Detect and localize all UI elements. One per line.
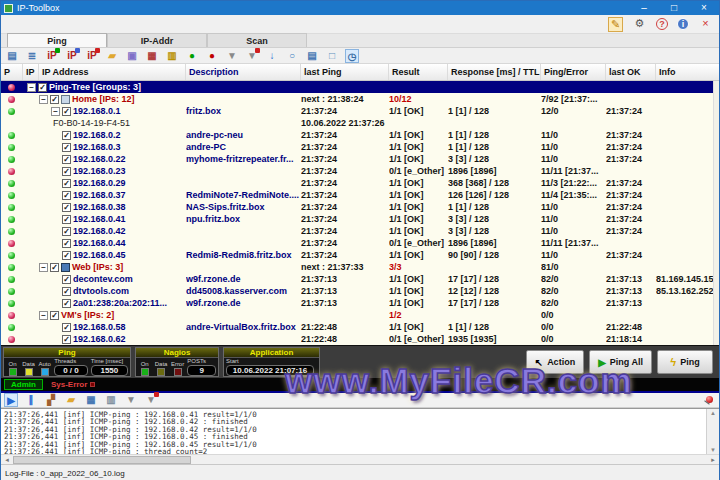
stop-icon[interactable]: ●	[205, 49, 219, 63]
table-row[interactable]: ✓192.168.0.2321:37:240/1 [e_Other]1896 […	[1, 165, 719, 177]
ping-all-button[interactable]: ▶Ping All	[589, 350, 652, 374]
row-checkbox[interactable]: ✓	[62, 275, 71, 284]
expander-icon[interactable]: −	[39, 311, 48, 320]
column-header-info[interactable]: Info	[656, 64, 720, 80]
table-row[interactable]: ✓192.168.0.58andre-VirtualBox.fritz.box2…	[1, 321, 719, 333]
row-checkbox[interactable]: ✓	[62, 131, 71, 140]
table-row[interactable]: ✓decontev.comw9f.rzone.de21:37:131/1 [OK…	[1, 273, 719, 285]
table-row[interactable]: −✓Home [IPs: 12]next : 21:38:2410/127/92…	[1, 93, 719, 105]
filter-edit-icon[interactable]: ▼	[245, 49, 259, 63]
tab-ping[interactable]: Ping	[7, 33, 107, 47]
scroll-right-icon[interactable]: ▸	[707, 456, 719, 464]
column-header-last-ping[interactable]: last Ping	[301, 64, 389, 80]
overview-icon[interactable]: ▤	[5, 49, 19, 63]
row-checkbox[interactable]: ✓	[62, 143, 71, 152]
table-row[interactable]: ✓192.168.0.22myhome-fritzrepeater.fr...2…	[1, 153, 719, 165]
down-arrow-icon[interactable]: ↓	[265, 49, 279, 63]
edit-icon[interactable]: ✎	[608, 17, 623, 32]
log-start-icon[interactable]: ▶	[4, 393, 18, 407]
document-icon[interactable]: □	[325, 49, 339, 63]
table-row[interactable]: ✓2a01:238:20a:202:11...w9f.rzone.de21:37…	[1, 297, 719, 309]
table-row[interactable]: −✓VM's [IPs: 2]1/20/0	[1, 309, 719, 321]
column-header-last-ok[interactable]: last OK	[606, 64, 656, 80]
pin-icon[interactable]	[704, 395, 714, 406]
scrollbar-thumb[interactable]	[13, 456, 191, 464]
table-row[interactable]: ✓dtvtools.comdd45008.kasserver.com21:37:…	[1, 285, 719, 297]
color-grid-icon[interactable]: ▦	[145, 49, 159, 63]
table-row[interactable]: −✓Web [IPs: 3]next : 21:37:333/381/0	[1, 261, 719, 273]
expander-icon[interactable]: −	[51, 107, 60, 116]
exit-icon[interactable]: ×	[698, 17, 713, 32]
expander-icon[interactable]: −	[39, 95, 48, 104]
table-row[interactable]: ✓192.168.0.2andre-pc-neu21:37:241/1 [OK]…	[1, 129, 719, 141]
table-row[interactable]: ✓192.168.0.45Redmi8-Redmi8.fritz.box21:3…	[1, 249, 719, 261]
clock-icon[interactable]: ◷	[345, 49, 359, 63]
scroll-down-icon[interactable]: ▼	[710, 447, 716, 453]
columns-icon[interactable]: ▥	[165, 49, 179, 63]
row-checkbox[interactable]: ✓	[62, 203, 71, 212]
row-checkbox[interactable]: ✓	[62, 179, 71, 188]
scroll-left-icon[interactable]: ◂	[1, 456, 13, 464]
row-checkbox[interactable]: ✓	[62, 191, 71, 200]
table-row[interactable]: ✓192.168.0.2921:37:241/1 [OK]368 [368] /…	[1, 177, 719, 189]
table-row[interactable]: −✓Ping-Tree [Groups: 3]	[1, 81, 719, 93]
log-pause-icon[interactable]: ∥	[24, 393, 38, 407]
row-checkbox[interactable]: ✓	[62, 323, 71, 332]
tab-admin[interactable]: Admin	[4, 379, 43, 390]
log-clean-icon[interactable]: ▞	[44, 393, 58, 407]
column-header-ip-address[interactable]: IP Address	[39, 64, 186, 80]
tools-icon[interactable]: ⚙	[632, 17, 647, 32]
table-row[interactable]: ✓192.168.0.4221:37:241/1 [OK]3 [3] / 128…	[1, 225, 719, 237]
info-icon[interactable]: i	[677, 18, 689, 30]
expander-icon[interactable]: −	[39, 263, 48, 272]
column-header-description[interactable]: Description	[186, 64, 301, 80]
ping-button[interactable]: ϟPing	[657, 350, 713, 374]
search-icon[interactable]: ○	[285, 49, 299, 63]
row-checkbox[interactable]: ✓	[62, 227, 71, 236]
filter-icon[interactable]: ▼	[225, 49, 239, 63]
log-horizontal-scrollbar[interactable]: ◂ ▸	[1, 454, 719, 464]
log-filter-icon[interactable]: ▼	[124, 393, 138, 407]
help-icon[interactable]: ?	[656, 18, 668, 30]
table-row[interactable]: ✓192.168.0.6221:22:480/1 [e_Other]1935 […	[1, 333, 719, 345]
row-checkbox[interactable]: ✓	[50, 263, 59, 272]
table-row[interactable]: ✓192.168.0.41npu.fritz.box21:37:241/1 [O…	[1, 213, 719, 225]
log-copy-icon[interactable]: ▥	[104, 393, 118, 407]
tab-sys-error[interactable]: Sys-Error	[51, 380, 95, 389]
list-icon[interactable]: ≣	[25, 49, 39, 63]
minimize-button[interactable]: –	[629, 1, 659, 15]
column-header-result[interactable]: Result	[389, 64, 448, 80]
row-checkbox[interactable]: ✓	[62, 155, 71, 164]
row-checkbox[interactable]: ✓	[62, 107, 71, 116]
row-checkbox[interactable]: ✓	[62, 335, 71, 344]
row-checkbox[interactable]: ✓	[62, 167, 71, 176]
table-row[interactable]: ✓192.168.0.4421:37:240/1 [e_Other]1896 […	[1, 237, 719, 249]
save-icon[interactable]: ▣	[125, 49, 139, 63]
ip-add-icon[interactable]: iP	[45, 49, 59, 63]
row-checkbox[interactable]: ✓	[50, 311, 59, 320]
column-header-ip[interactable]: IP	[23, 64, 39, 80]
log-folder-icon[interactable]: ▰	[64, 393, 78, 407]
row-checkbox[interactable]: ✓	[38, 83, 47, 92]
row-checkbox[interactable]: ✓	[50, 95, 59, 104]
close-button[interactable]: ×	[689, 1, 719, 15]
tab-ip-addr[interactable]: IP-Addr	[107, 33, 207, 47]
table-scrollbar[interactable]	[713, 81, 719, 345]
row-checkbox[interactable]: ✓	[62, 287, 71, 296]
action-button[interactable]: ↖Action	[526, 350, 584, 374]
start-icon[interactable]: ●	[185, 49, 199, 63]
row-checkbox[interactable]: ✓	[62, 239, 71, 248]
table-row[interactable]: ✓192.168.0.37RedmiNote7-RedmiNote....21:…	[1, 189, 719, 201]
table-row[interactable]: ✓192.168.0.38NAS-Sips.fritz.box21:37:241…	[1, 201, 719, 213]
maximize-button[interactable]: □	[659, 1, 689, 15]
log-vertical-scrollbar[interactable]: ▲ ▼	[706, 409, 719, 454]
expander-icon[interactable]: −	[27, 83, 36, 92]
log-view-icon[interactable]: ▦	[84, 393, 98, 407]
row-checkbox[interactable]: ✓	[62, 251, 71, 260]
book-icon[interactable]: ▤	[305, 49, 319, 63]
table-row[interactable]: −✓192.168.0.1fritz.box21:37:241/1 [OK]1 …	[1, 105, 719, 117]
row-checkbox[interactable]: ✓	[62, 215, 71, 224]
table-row[interactable]: ✓192.168.0.3andre-PC21:37:241/1 [OK]1 [1…	[1, 141, 719, 153]
ip-insert-icon[interactable]: iP	[65, 49, 79, 63]
tab-scan[interactable]: Scan	[207, 33, 307, 47]
